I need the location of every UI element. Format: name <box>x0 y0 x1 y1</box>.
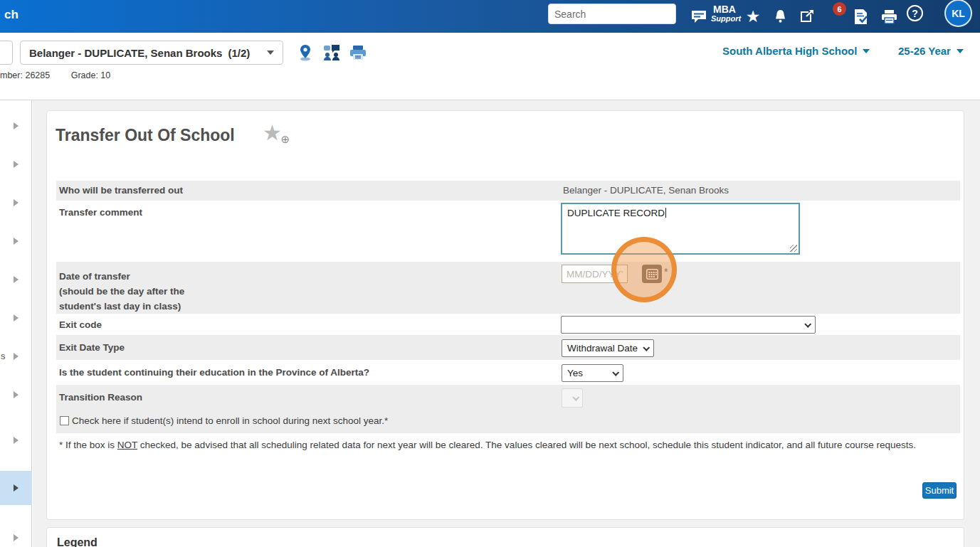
transition-select-disabled <box>562 388 583 408</box>
date-label-line1: Date of transfer <box>59 271 130 282</box>
chevron-right-icon <box>14 437 19 444</box>
sidebar-item[interactable] <box>0 528 32 547</box>
favorites-star-icon[interactable]: ★ <box>744 0 762 33</box>
date-label-line2: (should be the day after the <box>59 286 184 297</box>
mba-support-link[interactable]: MBA Support <box>711 4 738 23</box>
exit-date-type-label: Exit Date Type <box>59 342 125 353</box>
exit-code-label: Exit code <box>59 319 102 330</box>
chevron-down-icon <box>804 321 811 328</box>
footnote-text: * If the box is NOT checked, be advised … <box>59 440 949 450</box>
submit-button[interactable]: Submit <box>922 482 957 499</box>
form-row-enroll-checkbox: Check here if student(s) intend to enrol… <box>56 410 960 433</box>
user-avatar[interactable]: KL <box>944 0 972 27</box>
form-row-who: Who will be transferred out Belanger - D… <box>56 181 960 201</box>
student-selector-dropdown[interactable]: Belanger - DUPLICATE, Senan Brooks (1/2) <box>20 41 283 65</box>
chevron-right-icon <box>14 484 19 492</box>
year-selector-label: 25-26 Year <box>898 45 951 57</box>
form-row-date: Date of transfer (should be the day afte… <box>56 262 960 314</box>
who-label: Who will be transferred out <box>59 185 183 196</box>
help-icon[interactable]: ? <box>907 5 923 21</box>
school-selector-label: South Alberta High School <box>722 45 857 57</box>
chevron-down-icon <box>572 394 579 401</box>
print-icon[interactable] <box>879 0 899 33</box>
notification-count-badge[interactable]: 6 <box>833 2 846 16</box>
chevron-right-icon <box>14 353 19 360</box>
form-row-continuing: Is the student continuing their educatio… <box>56 360 960 385</box>
transfer-form-card: Transfer Out Of School ★ ⊕ Who will be t… <box>46 110 964 520</box>
chevron-right-icon <box>14 238 19 245</box>
student-print-icon[interactable] <box>349 43 367 62</box>
calendar-icon <box>646 269 658 280</box>
student-header-bar: Belanger - DUPLICATE, Senan Brooks (1/2) <box>0 33 980 100</box>
continuing-label: Is the student continuing their educatio… <box>59 367 369 378</box>
sidebar-item[interactable] <box>0 231 32 251</box>
chevron-down-icon <box>612 369 619 376</box>
chevron-down-icon <box>267 51 274 55</box>
continuing-select[interactable]: Yes <box>562 364 623 382</box>
date-label-line3: student's last day in class) <box>59 301 181 312</box>
form-row-transition: Transition Reason <box>56 385 960 410</box>
student-info-line: mber: 26285 Grade: 10 <box>0 70 129 80</box>
chevron-right-icon <box>14 199 19 206</box>
sidebar-item[interactable] <box>0 385 32 405</box>
left-navigation-sidebar: s <box>0 100 32 547</box>
search-input[interactable] <box>554 9 683 20</box>
page-title: Transfer Out Of School <box>56 126 235 145</box>
global-search <box>548 4 676 24</box>
document-check-icon[interactable] <box>851 0 871 33</box>
sidebar-item[interactable] <box>0 270 32 290</box>
form-row-comment: Transfer comment DUPLICATE RECORD <box>56 201 960 262</box>
sidebar-item[interactable]: s <box>0 346 32 366</box>
legend-card: Legend <box>46 527 964 547</box>
enroll-next-year-checkbox[interactable] <box>60 416 69 425</box>
chevron-right-icon <box>14 276 19 283</box>
textarea-resize-handle[interactable] <box>790 245 797 252</box>
required-asterisk: * <box>664 266 668 277</box>
comment-label: Transfer comment <box>59 207 142 218</box>
notifications-bell-icon[interactable] <box>771 0 789 33</box>
cropped-control-fragment[interactable] <box>0 41 13 65</box>
app-window: ch MBA Support ★ <box>0 0 980 547</box>
transition-label: Transition Reason <box>59 392 142 403</box>
form-row-exit-date-type: Exit Date Type Withdrawal Date <box>56 335 960 360</box>
sidebar-item[interactable] <box>0 154 32 174</box>
sidebar-item-active[interactable] <box>0 471 32 505</box>
sidebar-label-fragment: s <box>1 351 6 361</box>
date-of-transfer-input[interactable] <box>562 265 628 283</box>
chevron-right-icon <box>14 391 19 398</box>
text-cursor <box>665 208 666 218</box>
compose-external-icon[interactable] <box>798 0 816 33</box>
add-to-favorites-icon[interactable]: ★ ⊕ <box>263 121 288 145</box>
who-value: Belanger - DUPLICATE, Senan Brooks <box>563 185 729 196</box>
counselor-meeting-icon[interactable] <box>322 43 341 62</box>
sidebar-item[interactable] <box>0 430 32 450</box>
year-selector-dropdown[interactable]: 25-26 Year <box>898 45 964 57</box>
form-row-exit-code: Exit code <box>56 314 960 335</box>
student-grade: Grade: 10 <box>71 70 111 80</box>
chevron-down-icon <box>957 49 964 53</box>
calendar-picker-button[interactable] <box>642 265 662 283</box>
student-name: Belanger - DUPLICATE, Senan Brooks <box>29 47 222 59</box>
nav-item-fragment[interactable]: ch <box>4 8 19 22</box>
exit-date-type-select[interactable]: Withdrawal Date <box>562 339 654 357</box>
chevron-right-icon <box>14 161 19 168</box>
chevron-right-icon <box>14 314 19 322</box>
location-pin-icon[interactable] <box>296 43 315 62</box>
student-header-tools <box>296 43 367 62</box>
school-selector-dropdown[interactable]: South Alberta High School <box>722 45 870 57</box>
student-count: (1/2) <box>228 47 250 59</box>
sidebar-item[interactable] <box>0 193 32 213</box>
chevron-right-icon <box>14 122 19 129</box>
chevron-right-icon <box>14 534 19 541</box>
chat-icon[interactable] <box>690 0 708 33</box>
legend-title: Legend <box>57 536 98 547</box>
top-navigation-bar: ch MBA Support ★ <box>0 0 980 33</box>
sidebar-item[interactable] <box>0 308 32 328</box>
enroll-checkbox-label: Check here if student(s) intend to enrol… <box>72 415 388 426</box>
chevron-down-icon <box>863 49 870 53</box>
exit-code-select[interactable] <box>561 316 816 334</box>
chevron-down-icon <box>643 344 650 351</box>
student-number-fragment: mber: 26285 <box>0 70 50 80</box>
sidebar-item[interactable] <box>0 116 32 136</box>
transfer-comment-textarea[interactable]: DUPLICATE RECORD <box>561 203 800 255</box>
